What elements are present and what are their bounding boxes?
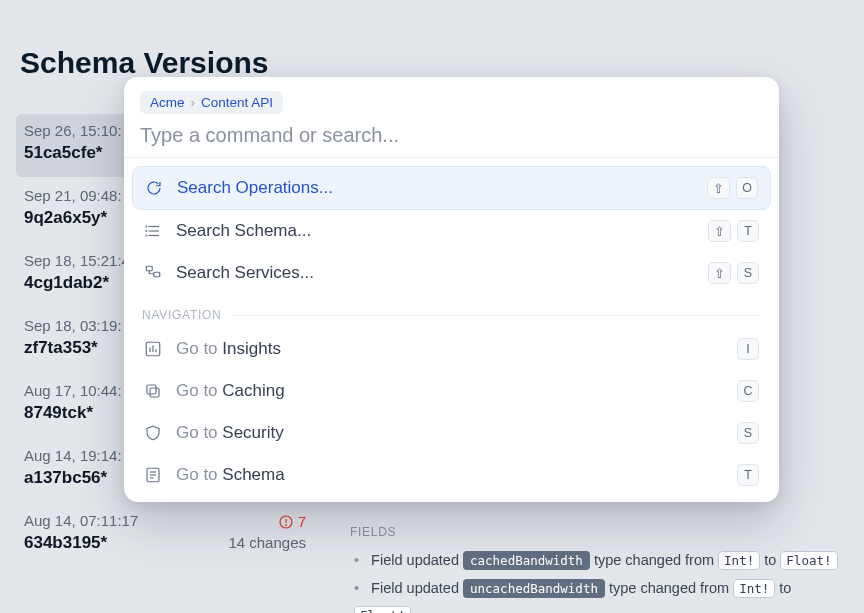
field-change-row: Field updated cachedBandwidth type chang… xyxy=(350,547,850,575)
cmd-goto-insights[interactable]: Go to Insights I xyxy=(132,328,771,370)
chevron-right-icon: › xyxy=(191,95,196,110)
cmd-label: Go to Security xyxy=(176,423,723,443)
services-icon xyxy=(144,264,162,282)
cmd-label: Go to Insights xyxy=(176,339,723,359)
error-count: 7 xyxy=(278,513,306,530)
cmd-goto-security[interactable]: Go to Security S xyxy=(132,412,771,454)
chart-icon xyxy=(144,340,162,358)
field-name-pill: cachedBandwidth xyxy=(463,551,590,570)
breadcrumb-org: Acme xyxy=(150,95,185,110)
shortcut: C xyxy=(737,380,759,402)
shift-key-icon: ⇧ xyxy=(708,220,731,242)
svg-point-8 xyxy=(146,235,147,236)
type-to: Float! xyxy=(354,606,411,613)
document-icon xyxy=(144,466,162,484)
key: T xyxy=(737,464,759,486)
cmd-label: Search Schema... xyxy=(176,221,694,241)
breadcrumb-project: Content API xyxy=(201,95,273,110)
svg-rect-15 xyxy=(150,388,159,397)
fields-section-label: FIELDS xyxy=(350,525,850,539)
shortcut: ⇧ O xyxy=(707,177,758,199)
shortcut: T xyxy=(737,464,759,486)
svg-rect-10 xyxy=(154,272,160,277)
type-from: Int! xyxy=(733,579,775,598)
version-item[interactable]: Aug 14, 07:11:17 634b3195* 7 14 changes xyxy=(16,504,316,567)
field-change-row: Field updated uncachedBandwidth type cha… xyxy=(350,575,850,613)
refresh-icon xyxy=(145,179,163,197)
svg-point-6 xyxy=(146,226,147,227)
copy-icon xyxy=(144,382,162,400)
cmd-label: Search Services... xyxy=(176,263,694,283)
key: S xyxy=(737,422,759,444)
svg-point-2 xyxy=(285,524,286,525)
field-name-pill: uncachedBandwidth xyxy=(463,579,605,598)
list-icon xyxy=(144,222,162,240)
key: I xyxy=(737,338,759,360)
svg-rect-16 xyxy=(147,385,156,394)
svg-point-7 xyxy=(146,231,147,232)
shortcut: ⇧ T xyxy=(708,220,759,242)
shift-key-icon: ⇧ xyxy=(708,262,731,284)
key: C xyxy=(737,380,759,402)
alert-circle-icon xyxy=(278,514,294,530)
cmd-search-services[interactable]: Search Services... ⇧ S xyxy=(132,252,771,294)
shield-icon xyxy=(144,424,162,442)
navigation-section-label: NAVIGATION xyxy=(124,294,779,328)
cmd-label: Go to Schema xyxy=(176,465,723,485)
cmd-search-operations[interactable]: Search Operations... ⇧ O xyxy=(132,166,771,210)
shortcut: ⇧ S xyxy=(708,262,759,284)
shift-key-icon: ⇧ xyxy=(707,177,730,199)
cmd-goto-schema[interactable]: Go to Schema T xyxy=(132,454,771,496)
type-from: Int! xyxy=(718,551,760,570)
cmd-goto-caching[interactable]: Go to Caching C xyxy=(132,370,771,412)
svg-rect-9 xyxy=(146,266,152,271)
command-palette: Acme › Content API Search Operations... … xyxy=(124,77,779,502)
page-title: Schema Versions xyxy=(20,46,268,80)
fields-panel: FIELDS Field updated cachedBandwidth typ… xyxy=(350,525,850,613)
type-to: Float! xyxy=(780,551,837,570)
cmd-label: Go to Caching xyxy=(176,381,723,401)
key: T xyxy=(737,220,759,242)
changes-count: 14 changes xyxy=(228,534,306,551)
shortcut: I xyxy=(737,338,759,360)
cmd-search-schema[interactable]: Search Schema... ⇧ T xyxy=(132,210,771,252)
key: O xyxy=(736,177,758,199)
breadcrumb[interactable]: Acme › Content API xyxy=(140,91,283,114)
command-search-input[interactable] xyxy=(140,124,763,147)
key: S xyxy=(737,262,759,284)
shortcut: S xyxy=(737,422,759,444)
cmd-label: Search Operations... xyxy=(177,178,693,198)
